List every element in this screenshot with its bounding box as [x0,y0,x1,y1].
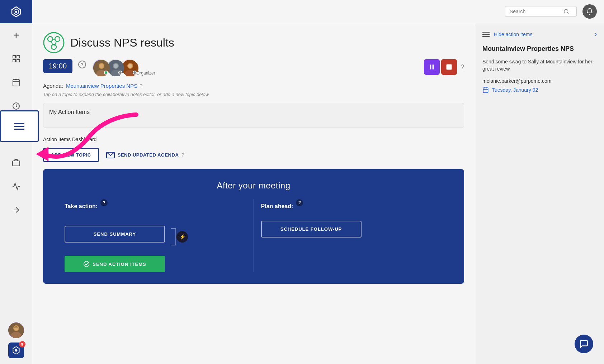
my-action-items-section: My Action Items [43,103,464,128]
svg-rect-50 [483,88,488,93]
bell-icon [586,8,593,15]
svg-text:⚡: ⚡ [179,234,186,240]
right-panel: Hide action items › Mountainview Propert… [475,23,604,364]
participants-group: Organizer [93,59,145,76]
participant-avatar-1 [93,59,109,76]
svg-rect-5 [13,59,15,62]
pause-button[interactable] [424,59,440,75]
notification-badge: 9 [19,341,25,348]
panel-email[interactable]: melanie.parker@purpome.com [482,78,597,84]
meeting-title: Discuss NPS results [70,36,174,49]
record-button[interactable] [441,59,457,75]
center-content: Discuss NPS results 19:00 ? [32,23,475,364]
svg-rect-3 [13,56,15,58]
mini-logo-badge[interactable]: 9 [8,343,24,358]
agenda-help-icon[interactable]: ? [140,83,142,89]
chat-icon [579,339,589,349]
action-buttons: ADD NEW TOPIC SEND UPDATED AGENDA ? [43,148,464,162]
svg-rect-41 [433,64,434,69]
svg-point-23 [55,37,60,42]
menu-highlight-box[interactable] [0,110,39,142]
send-agenda-button[interactable]: SEND UPDATED AGENDA ? [106,152,184,158]
send-summary-button[interactable]: SEND SUMMARY [65,226,165,243]
calendar-icon [482,87,489,93]
organizer-label: Organizer [136,71,155,76]
agenda-label: Agenda: [43,83,63,89]
panel-date: Tuesday, January 02 [482,87,597,93]
svg-line-20 [567,13,568,14]
svg-point-18 [15,349,17,352]
panel-date-text: Tuesday, January 02 [492,87,538,93]
help-icon[interactable]: ? [78,61,86,68]
svg-point-22 [48,37,53,42]
user-avatar[interactable] [8,322,24,338]
sidebar: 9 [0,0,32,364]
take-action-column: Take action: ? SEND SUMMARY [57,199,254,272]
after-meeting-section: After your meeting Take action: ? SEND S… [43,169,464,284]
chart-button[interactable] [7,177,25,195]
topbar [32,0,604,23]
schedule-followup-button[interactable]: SCHEDULE FOLLOW-UP [261,221,362,238]
panel-card-desc: Send some swag to Sally at Mountainview … [482,58,597,72]
record-icon [445,63,453,71]
checkmark-icon [83,261,90,267]
after-meeting-title: After your meeting [57,181,450,191]
notification-bell[interactable] [582,4,597,19]
take-action-title: Take action: ? [65,199,246,214]
plan-ahead-title: Plan ahead: ? [261,199,443,214]
add-new-topic-button[interactable]: ADD NEW TOPIC [43,148,99,162]
svg-rect-4 [17,56,19,58]
meeting-icon [43,32,65,53]
svg-point-19 [564,9,568,13]
svg-rect-6 [17,59,19,62]
svg-point-39 [128,64,132,68]
action-items-title: My Action Items [49,109,458,115]
arrow-right-button[interactable] [7,201,25,219]
page-body: Discuss NPS results 19:00 ? [32,23,604,364]
plan-ahead-column: Plan ahead: ? SCHEDULE FOLLOW-UP [254,199,450,272]
add-button[interactable] [7,26,25,44]
plan-ahead-help[interactable]: ? [296,199,303,206]
svg-point-0 [15,11,17,13]
search-icon [563,9,569,14]
controls-help-icon[interactable]: ? [461,63,464,71]
svg-rect-7 [13,80,19,86]
connector-lines: ⚡ [171,221,189,253]
timer-badge: 19:00 [43,59,72,73]
chevron-right-icon[interactable]: › [595,30,597,38]
search-input[interactable] [510,9,563,14]
main-content: Discuss NPS results 19:00 ? [32,0,604,364]
envelope-icon [106,152,115,158]
svg-rect-12 [13,161,20,166]
pause-icon [428,63,435,71]
hint-text: Tap on a topic to expand the collaborati… [43,92,464,97]
agenda-row: Agenda: Mountainview Properties NPS ? [43,83,464,89]
svg-rect-40 [430,64,431,69]
panel-header: Hide action items › [482,30,597,38]
sidebar-logo[interactable] [0,0,32,23]
hamburger-icon[interactable] [482,32,490,37]
action-items-dashboard[interactable]: Action Items Dashboard [43,134,464,148]
take-action-help[interactable]: ? [100,199,108,206]
agenda-link[interactable]: Mountainview Properties NPS [66,83,137,89]
search-box[interactable] [505,6,577,17]
svg-point-35 [114,64,118,68]
calendar-button[interactable] [7,73,25,91]
chat-fab[interactable] [575,335,593,353]
send-action-items-button[interactable]: SEND ACTION ITEMS [65,256,165,272]
hide-action-items-link[interactable]: Hide action items [494,32,595,37]
svg-point-31 [99,64,104,68]
svg-point-24 [51,44,56,49]
panel-card-title: Mountainview Properties NPS [482,45,597,53]
briefcase-button[interactable] [7,154,25,172]
meeting-header: Discuss NPS results [43,32,464,53]
grid-button[interactable] [7,50,25,68]
